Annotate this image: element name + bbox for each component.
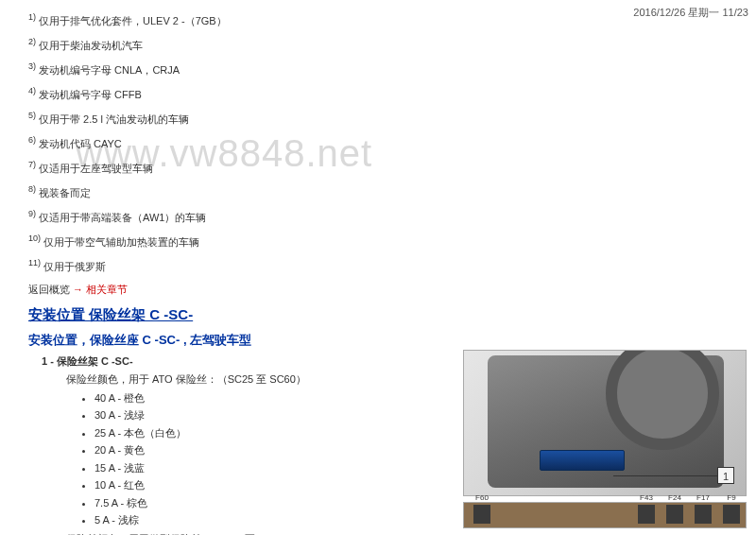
footnote-3: 3)发动机编号字母 CNLA，CRJA — [28, 60, 756, 78]
footnote-list: 1)仅用于排气优化套件，ULEV 2 -（7GB） 2)仅用于柴油发动机汽车 3… — [28, 11, 756, 275]
item-1-heading: 1 - 保险丝架 C -SC- — [42, 354, 756, 369]
ato-fuse-list: 40 A - 橙色 30 A - 浅绿 25 A - 本色（白色） 20 A -… — [94, 390, 756, 528]
footnote-5: 5)仅用于带 2.5 l 汽油发动机的车辆 — [28, 110, 756, 127]
list-item: 25 A - 本色（白色） — [94, 425, 756, 441]
back-to-overview: 返回概览 → 相关章节 — [28, 283, 756, 297]
footnote-7: 7)仅适用于左座驾驶型车辆 — [28, 159, 756, 176]
list-item: 7.5 A - 棕色 — [94, 495, 756, 511]
footnote-9: 9)仅适用于带高端装备（AW1）的车辆 — [28, 208, 756, 225]
main-content: 1)仅用于排气优化套件，ULEV 2 -（7GB） 2)仅用于柴油发动机汽车 3… — [28, 11, 756, 535]
footnote-8: 8)视装备而定 — [28, 183, 756, 200]
ato-fuse-desc: 保险丝颜色，用于 ATO 保险丝：（SC25 至 SC60） — [66, 372, 756, 387]
footnote-2: 2)仅用于柴油发动机汽车 — [28, 36, 756, 53]
list-item: 15 A - 浅蓝 — [94, 460, 756, 476]
mini-fuse-desc: 保险丝颜色，用于微型保险丝：（SC1 至 SC24） — [66, 532, 756, 535]
section-heading: 安装位置 保险丝架 C -SC- — [28, 306, 756, 324]
footnote-6: 6)发动机代码 CAYC — [28, 134, 756, 151]
related-chapter-link[interactable]: → 相关章节 — [70, 284, 128, 295]
list-item: 5 A - 浅棕 — [94, 512, 756, 528]
back-label: 返回概览 — [28, 284, 70, 295]
footnote-1: 1)仅用于排气优化套件，ULEV 2 -（7GB） — [28, 11, 756, 28]
sub-heading: 安装位置，保险丝座 C -SC- , 左驾驶车型 — [28, 332, 756, 349]
footnote-11: 11)仅用于俄罗斯 — [28, 257, 756, 274]
footnote-4: 4)发动机编号字母 CFFB — [28, 85, 756, 102]
footnote-10: 10)仅用于带空气辅助加热装置的车辆 — [28, 233, 756, 250]
list-item: 30 A - 浅绿 — [94, 407, 756, 423]
list-item: 40 A - 橙色 — [94, 390, 756, 406]
list-item: 10 A - 红色 — [94, 477, 756, 493]
list-item: 20 A - 黄色 — [94, 442, 756, 458]
